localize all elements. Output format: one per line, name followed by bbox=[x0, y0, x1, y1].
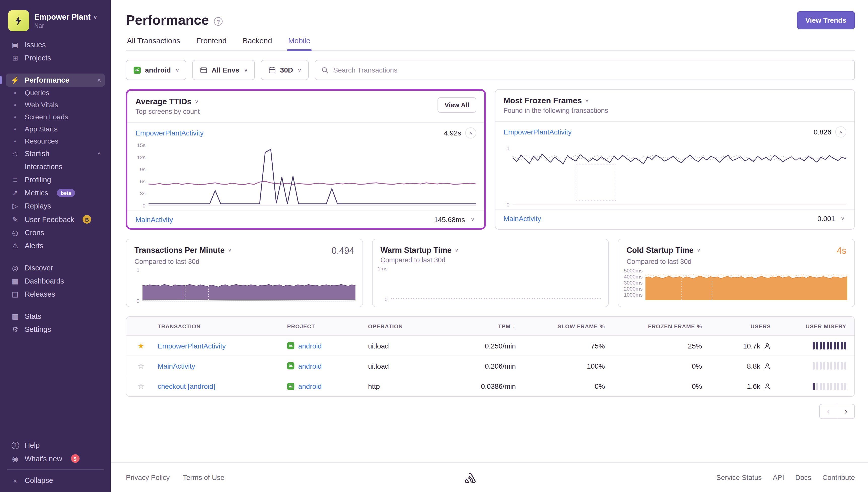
sidebar-item-metrics[interactable]: ↗Metricsbeta bbox=[6, 186, 105, 199]
expand-chart-button[interactable]: ˅ bbox=[839, 216, 846, 222]
card-title-dropdown[interactable]: Warm Startup Time ˅ bbox=[380, 246, 458, 255]
sidebar-item-web-vitals[interactable]: •Web Vitals bbox=[6, 99, 105, 111]
search-input[interactable] bbox=[333, 66, 848, 74]
sidebar-item-stats[interactable]: ▥Stats bbox=[6, 310, 105, 323]
project-link[interactable]: android bbox=[298, 382, 322, 390]
sidebar-item-help[interactable]: ?Help bbox=[6, 439, 105, 452]
card-title-dropdown[interactable]: Transactions Per Minute ˅ bbox=[134, 246, 231, 255]
transaction-link[interactable]: checkout [android] bbox=[158, 382, 215, 390]
sidebar-item-alerts[interactable]: ⚠Alerts bbox=[6, 239, 105, 252]
sidebar-item-settings[interactable]: ⚙Settings bbox=[6, 323, 105, 336]
footer-link-service-status[interactable]: Service Status bbox=[716, 473, 762, 482]
sidebar-nav: ▣Issues⊞Projects⚡Performance˄•Queries•We… bbox=[0, 37, 111, 437]
chevron-down-icon: ˅ bbox=[94, 14, 97, 20]
footer-link-terms-of-use[interactable]: Terms of Use bbox=[183, 473, 224, 482]
footer-link-docs[interactable]: Docs bbox=[795, 473, 811, 482]
tab-backend[interactable]: Backend bbox=[242, 36, 273, 50]
sidebar-item-dashboards[interactable]: ▦Dashboards bbox=[6, 274, 105, 288]
project-cell: android bbox=[282, 362, 363, 370]
collapse-chart-button[interactable]: ˄ bbox=[835, 126, 846, 138]
sidebar-item-profiling[interactable]: ≡Profiling bbox=[6, 173, 105, 186]
ttid-chart[interactable] bbox=[149, 145, 476, 205]
transaction-link[interactable]: MainActivity bbox=[504, 215, 541, 223]
column-header-project[interactable]: PROJECT bbox=[282, 323, 363, 329]
cold-startup-chart[interactable] bbox=[646, 269, 847, 301]
column-header-misery[interactable]: USER MISERY bbox=[776, 323, 851, 329]
column-header-slow[interactable]: SLOW FRAME % bbox=[521, 323, 610, 329]
y-axis: 5000ms4000ms3000ms2000ms1000ms bbox=[621, 269, 646, 301]
issues-icon: ▣ bbox=[10, 41, 20, 49]
misery-bar bbox=[812, 342, 815, 349]
warm-startup-chart[interactable] bbox=[390, 268, 601, 299]
star-filled-icon[interactable]: ★ bbox=[138, 341, 145, 350]
transaction-link[interactable]: EmpowerPlantActivity bbox=[135, 129, 204, 137]
operation-cell: ui.load bbox=[363, 342, 444, 350]
transaction-link[interactable]: EmpowerPlantActivity bbox=[158, 342, 226, 350]
project-link[interactable]: android bbox=[298, 342, 322, 350]
tab-all-transactions[interactable]: All Transactions bbox=[126, 36, 181, 50]
y-axis-label: 0 bbox=[385, 296, 388, 302]
card-title-dropdown[interactable]: Average TTIDs ˅ bbox=[135, 97, 200, 106]
previous-page-button[interactable]: ‹ bbox=[819, 404, 837, 419]
sidebar-group: ◎Discover▦Dashboards◫Releases bbox=[6, 261, 105, 301]
sentry-logo-icon bbox=[464, 471, 477, 484]
footer-link-contribute[interactable]: Contribute bbox=[822, 473, 855, 482]
star-outline-icon[interactable]: ☆ bbox=[138, 382, 145, 391]
dashboards-icon: ▦ bbox=[10, 277, 20, 285]
y-axis-label: 3000ms bbox=[624, 279, 643, 286]
sidebar-item-queries[interactable]: •Queries bbox=[6, 87, 105, 99]
sidebar-item-releases[interactable]: ◫Releases bbox=[6, 288, 105, 301]
sidebar-item-starfish[interactable]: ☆Starfish˄ bbox=[6, 147, 105, 160]
card-title-dropdown[interactable]: Cold Startup Time ˅ bbox=[627, 246, 700, 255]
sidebar-item-collapse[interactable]: «Collapse bbox=[6, 474, 105, 487]
project-link[interactable]: android bbox=[298, 362, 322, 370]
sidebar-item-screen-loads[interactable]: •Screen Loads bbox=[6, 111, 105, 123]
card-subtitle: Compared to last 30d bbox=[126, 256, 362, 268]
org-switcher[interactable]: Empower Plant ˅ Nar bbox=[0, 6, 111, 37]
sidebar-item-discover[interactable]: ◎Discover bbox=[6, 261, 105, 274]
date-range-filter[interactable]: 30D ˅ bbox=[261, 60, 309, 80]
footer-link-privacy-policy[interactable]: Privacy Policy bbox=[126, 473, 170, 482]
transaction-link[interactable]: MainActivity bbox=[135, 216, 173, 224]
expand-chart-button[interactable]: ˅ bbox=[469, 217, 476, 223]
view-all-button[interactable]: View All bbox=[437, 97, 476, 113]
tpm-chart[interactable] bbox=[143, 269, 355, 301]
sidebar-item-replays[interactable]: ▷Replays bbox=[6, 199, 105, 213]
sidebar-item-app-starts[interactable]: •App Starts bbox=[6, 123, 105, 135]
sidebar-divider bbox=[7, 469, 104, 470]
sidebar-item-projects[interactable]: ⊞Projects bbox=[6, 51, 105, 65]
footer-link-api[interactable]: API bbox=[773, 473, 784, 482]
collapse-chart-button[interactable]: ˄ bbox=[465, 127, 476, 139]
sidebar-item-label: Releases bbox=[25, 290, 55, 298]
sidebar-item-what-s-new[interactable]: ◉What's new5 bbox=[6, 452, 105, 465]
tab-mobile[interactable]: Mobile bbox=[287, 36, 311, 50]
star-outline-icon[interactable]: ☆ bbox=[138, 361, 145, 370]
transaction-link[interactable]: EmpowerPlantActivity bbox=[504, 128, 572, 136]
environment-filter[interactable]: All Envs ˅ bbox=[192, 60, 255, 80]
y-axis-label: 6s bbox=[140, 178, 146, 184]
project-filter[interactable]: android ˅ bbox=[126, 60, 186, 80]
misery-bar bbox=[837, 383, 839, 390]
transaction-link[interactable]: MainActivity bbox=[158, 362, 195, 370]
column-header-users[interactable]: USERS bbox=[707, 323, 776, 329]
view-trends-button[interactable]: View Trends bbox=[797, 11, 855, 29]
next-page-button[interactable]: › bbox=[837, 404, 855, 419]
sidebar-item-label: Stats bbox=[25, 312, 41, 320]
sidebar-item-performance[interactable]: ⚡Performance˄ bbox=[6, 74, 105, 87]
help-tooltip-icon[interactable]: ? bbox=[214, 17, 223, 26]
column-header-transaction[interactable]: TRANSACTION bbox=[153, 323, 282, 329]
tab-frontend[interactable]: Frontend bbox=[195, 36, 228, 50]
column-header-frozen[interactable]: FROZEN FRAME % bbox=[610, 323, 707, 329]
sidebar-item-user-feedback[interactable]: ✎User FeedbackB bbox=[6, 213, 105, 226]
sidebar: Empower Plant ˅ Nar ▣Issues⊞Projects⚡Per… bbox=[0, 0, 111, 492]
y-axis-label: 2000ms bbox=[624, 286, 643, 292]
card-title-dropdown[interactable]: Most Frozen Frames ˅ bbox=[504, 96, 608, 105]
sidebar-item-interactions[interactable]: Interactions bbox=[6, 160, 105, 173]
sidebar-item-crons[interactable]: ◴Crons bbox=[6, 226, 105, 239]
sidebar-item-issues[interactable]: ▣Issues bbox=[6, 38, 105, 51]
sidebar-item-resources[interactable]: •Resources bbox=[6, 135, 105, 147]
column-header-operation[interactable]: OPERATION bbox=[363, 323, 444, 329]
sidebar-bottom: ?Help◉What's new5«Collapse bbox=[0, 437, 111, 488]
frozen-frames-chart[interactable] bbox=[513, 144, 846, 204]
column-header-tpm[interactable]: TPM↓ bbox=[444, 323, 521, 329]
